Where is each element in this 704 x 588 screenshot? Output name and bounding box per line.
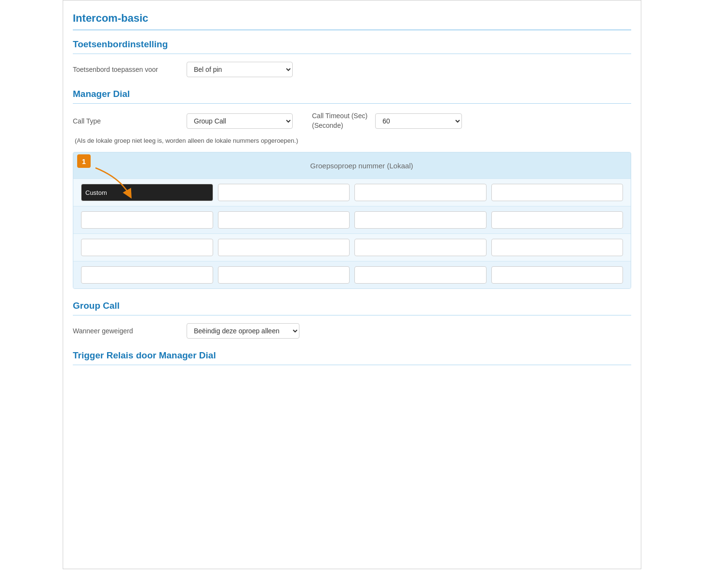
- toetsenbord-section: Toetsenbordinstelling Toetsenbord toepas…: [73, 39, 631, 77]
- call-type-label: Call Type: [73, 117, 179, 125]
- note-text: (Als de lokale groep niet leeg is, worde…: [73, 137, 631, 144]
- page-wrapper: Intercom-basic Toetsenbordinstelling Toe…: [63, 0, 641, 569]
- call-timeout-group: Call Timeout (Sec) (Seconde) 10 20 30 40…: [312, 111, 462, 130]
- group-input-r2-c1[interactable]: [81, 211, 213, 229]
- manager-dial-section-title: Manager Dial: [73, 89, 631, 104]
- group-call-form-row: Wanneer geweigerd Beëindig deze oproep a…: [73, 323, 631, 339]
- group-call-section-title: Group Call: [73, 301, 631, 315]
- group-input-r3-c2[interactable]: [218, 239, 350, 256]
- page-title: Intercom-basic: [73, 5, 631, 30]
- toetsenbord-select[interactable]: Bel of pin Bel Pin: [187, 62, 293, 77]
- call-type-row: Call Type Group Call Single Call Broadca…: [73, 111, 631, 130]
- group-input-r1-c3[interactable]: [354, 184, 487, 201]
- group-input-r1-c4[interactable]: [491, 184, 623, 201]
- group-input-r3-c4[interactable]: [491, 239, 623, 256]
- group-input-r3-c1[interactable]: [81, 239, 213, 256]
- toetsenbord-section-title: Toetsenbordinstelling: [73, 39, 631, 54]
- toetsenbord-label: Toetsenbord toepassen voor: [73, 66, 179, 73]
- group-input-r2-c4[interactable]: [491, 211, 623, 229]
- call-timeout-label: Call Timeout (Sec) (Seconde): [312, 111, 367, 130]
- when-refused-select[interactable]: Beëindig deze oproep alleen Doorschakele…: [187, 323, 299, 339]
- group-call-section: Group Call Wanneer geweigerd Beëindig de…: [73, 301, 631, 339]
- group-input-r4-c2[interactable]: [218, 266, 350, 284]
- group-input-r2-c2[interactable]: [218, 211, 350, 229]
- trigger-relais-section: Trigger Relais door Manager Dial: [73, 350, 631, 365]
- call-timeout-select[interactable]: 10 20 30 40 50 60 70 80 90 120: [375, 113, 462, 129]
- group-input-r4-c1[interactable]: [81, 266, 213, 284]
- toetsenbord-form-row: Toetsenbord toepassen voor Bel of pin Be…: [73, 62, 631, 77]
- annotation-badge: 1: [77, 154, 91, 168]
- when-refused-label: Wanneer geweigerd: [73, 327, 179, 335]
- trigger-relais-section-title: Trigger Relais door Manager Dial: [73, 350, 631, 365]
- group-table-row: [73, 233, 631, 261]
- group-table-row: [73, 206, 631, 233]
- group-input-r1-c2[interactable]: [218, 184, 350, 201]
- group-table-row: [73, 178, 631, 206]
- group-table-row: [73, 261, 631, 288]
- annotation-arrow: [91, 168, 149, 202]
- group-table-header-label: Groepsoproep nummer (Lokaal): [310, 162, 413, 170]
- group-table-header: 1 Groepsoproep nummer (Lokaal): [73, 152, 631, 178]
- group-table: 1 Groepsoproep nummer (Lokaal): [73, 152, 631, 289]
- call-type-select[interactable]: Group Call Single Call Broadcast: [187, 113, 293, 129]
- manager-dial-section: Manager Dial Call Type Group Call Single…: [73, 89, 631, 289]
- annotation-container: 1: [81, 158, 100, 173]
- group-input-r4-c3[interactable]: [354, 266, 487, 284]
- group-input-r3-c3[interactable]: [354, 239, 487, 256]
- group-input-r4-c4[interactable]: [491, 266, 623, 284]
- group-input-r2-c3[interactable]: [354, 211, 487, 229]
